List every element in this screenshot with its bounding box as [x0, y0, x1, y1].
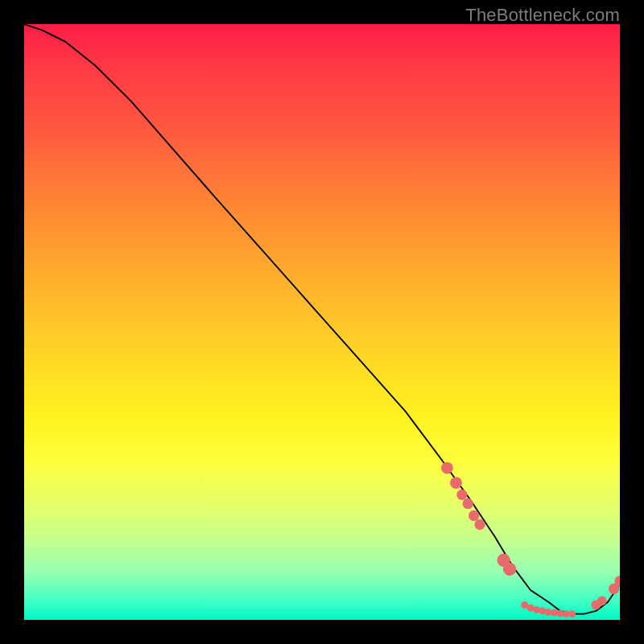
- watermark-text: TheBottleneck.com: [465, 5, 620, 26]
- plot-area: [24, 24, 620, 620]
- chart-stage: TheBottleneck.com: [0, 0, 644, 644]
- plot-gradient-background: [24, 24, 620, 620]
